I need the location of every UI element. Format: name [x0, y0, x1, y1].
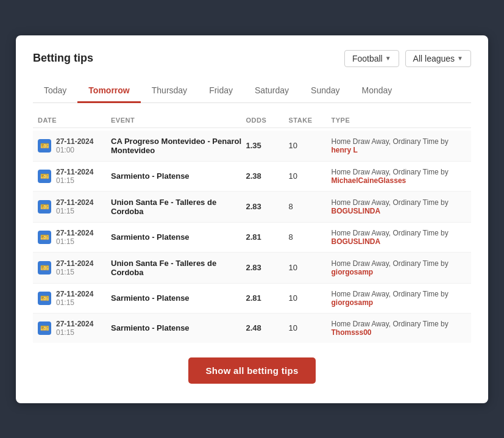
table-body: 🎫 27-11-2024 01:00 CA Progreso Montevide… [33, 131, 471, 343]
type-cell: Home Draw Away, Ordinary Time by giorgos… [332, 290, 467, 307]
time-value: 01:15 [56, 207, 93, 215]
table-row: 🎫 27-11-2024 01:15 Sarmiento - Platense2… [33, 162, 471, 192]
filters: Football ▼ All leagues ▼ [344, 50, 471, 67]
ticket-icon: 🎫 [38, 200, 51, 214]
date-cell: 🎫 27-11-2024 01:15 [38, 259, 111, 276]
date-cell: 🎫 27-11-2024 01:15 [38, 198, 111, 215]
type-cell: Home Draw Away, Ordinary Time by BOGUSLI… [332, 198, 467, 215]
football-filter-arrow-icon: ▼ [385, 55, 391, 62]
page-title: Betting tips [33, 52, 93, 65]
date-time: 27-11-2024 01:00 [56, 137, 93, 154]
football-filter-label: Football [352, 54, 383, 63]
time-value: 01:00 [56, 146, 93, 154]
date-cell: 🎫 27-11-2024 01:15 [38, 290, 111, 307]
ticket-icon: 🎫 [38, 170, 51, 183]
date-time: 27-11-2024 01:15 [56, 320, 93, 337]
date-cell: 🎫 27-11-2024 01:15 [38, 320, 111, 337]
stake-cell: 10 [289, 293, 332, 303]
date-time: 27-11-2024 01:15 [56, 229, 93, 246]
tabs: TodayTomorrowThursdayFridaySaturdaySunda… [33, 79, 471, 103]
type-cell: Home Draw Away, Ordinary Time by henry L [332, 137, 467, 154]
tab-friday[interactable]: Friday [198, 79, 244, 103]
odds-cell: 1.35 [246, 141, 289, 150]
ticket-icon: 🎫 [38, 292, 51, 305]
date-cell: 🎫 27-11-2024 01:00 [38, 137, 111, 154]
tab-tomorrow[interactable]: Tomorrow [77, 79, 140, 103]
event-cell: Sarmiento - Platense [111, 232, 246, 242]
column-header-event: EVENT [111, 117, 246, 124]
odds-cell: 2.38 [246, 171, 289, 181]
type-cell: Home Draw Away, Ordinary Time by giorgos… [332, 259, 467, 276]
date-value: 27-11-2024 [56, 229, 93, 237]
stake-cell: 10 [289, 141, 332, 150]
event-cell: Union Santa Fe - Talleres de Cordoba [111, 198, 246, 216]
tab-monday[interactable]: Monday [351, 79, 403, 103]
ticket-icon: 🎫 [38, 139, 51, 153]
time-value: 01:15 [56, 268, 93, 276]
date-time: 27-11-2024 01:15 [56, 198, 93, 215]
odds-cell: 2.81 [246, 232, 289, 242]
column-header-stake: STAKE [289, 117, 332, 124]
ticket-icon: 🎫 [38, 231, 51, 244]
user-link[interactable]: BOGUSLINDA [332, 207, 381, 215]
table-row: 🎫 27-11-2024 01:00 CA Progreso Montevide… [33, 131, 471, 162]
date-time: 27-11-2024 01:15 [56, 290, 93, 307]
date-time: 27-11-2024 01:15 [56, 259, 93, 276]
column-header-date: DATE [38, 117, 111, 124]
ticket-icon: 🎫 [38, 261, 51, 275]
tab-sunday[interactable]: Sunday [300, 79, 350, 103]
column-header-odds: ODDS [246, 117, 289, 124]
time-value: 01:15 [56, 237, 93, 246]
table-row: 🎫 27-11-2024 01:15 Sarmiento - Platense2… [33, 284, 471, 314]
user-link[interactable]: henry L [332, 146, 358, 154]
leagues-filter-arrow-icon: ▼ [457, 55, 463, 62]
stake-cell: 8 [289, 202, 332, 211]
stake-cell: 10 [289, 263, 332, 272]
odds-cell: 2.48 [246, 323, 289, 332]
date-value: 27-11-2024 [56, 320, 93, 328]
odds-cell: 2.83 [246, 202, 289, 211]
table-row: 🎫 27-11-2024 01:15 Union Santa Fe - Tall… [33, 192, 471, 223]
leagues-filter-button[interactable]: All leagues ▼ [405, 50, 471, 67]
user-link[interactable]: Thomsss00 [332, 328, 372, 337]
betting-tips-card: Betting tips Football ▼ All leagues ▼ To… [16, 35, 488, 403]
user-link[interactable]: giorgosamp [332, 298, 374, 307]
table-row: 🎫 27-11-2024 01:15 Union Santa Fe - Tall… [33, 253, 471, 284]
date-cell: 🎫 27-11-2024 01:15 [38, 229, 111, 246]
user-link[interactable]: BOGUSLINDA [332, 237, 381, 246]
tab-saturday[interactable]: Saturday [244, 79, 300, 103]
type-cell: Home Draw Away, Ordinary Time by Michael… [332, 168, 467, 185]
event-cell: Sarmiento - Platense [111, 323, 246, 332]
column-header-type: TYPE [332, 117, 467, 124]
stake-cell: 10 [289, 323, 332, 332]
time-value: 01:15 [56, 176, 93, 185]
card-header: Betting tips Football ▼ All leagues ▼ [33, 50, 471, 67]
user-link[interactable]: giorgosamp [332, 268, 374, 276]
show-all-button[interactable]: Show all betting tips [188, 357, 315, 384]
ticket-icon: 🎫 [38, 321, 51, 335]
event-cell: CA Progreso Montevideo - Penarol Montevi… [111, 137, 246, 155]
type-cell: Home Draw Away, Ordinary Time by BOGUSLI… [332, 229, 467, 246]
date-value: 27-11-2024 [56, 290, 93, 298]
date-value: 27-11-2024 [56, 198, 93, 207]
tab-today[interactable]: Today [33, 79, 77, 103]
table-row: 🎫 27-11-2024 01:15 Sarmiento - Platense2… [33, 223, 471, 253]
leagues-filter-label: All leagues [413, 54, 455, 63]
date-value: 27-11-2024 [56, 168, 93, 176]
date-time: 27-11-2024 01:15 [56, 168, 93, 185]
odds-cell: 2.83 [246, 263, 289, 272]
time-value: 01:15 [56, 298, 93, 307]
user-link[interactable]: MichaelCaineGlasses [332, 176, 406, 185]
table-header: DATEEVENTODDSSTAKETYPE [33, 113, 471, 128]
date-value: 27-11-2024 [56, 259, 93, 268]
event-cell: Sarmiento - Platense [111, 293, 246, 303]
tab-thursday[interactable]: Thursday [141, 79, 198, 103]
type-cell: Home Draw Away, Ordinary Time by Thomsss… [332, 320, 467, 337]
date-cell: 🎫 27-11-2024 01:15 [38, 168, 111, 185]
stake-cell: 10 [289, 171, 332, 181]
date-value: 27-11-2024 [56, 137, 93, 146]
odds-cell: 2.81 [246, 293, 289, 303]
event-cell: Union Santa Fe - Talleres de Cordoba [111, 259, 246, 277]
stake-cell: 8 [289, 232, 332, 242]
football-filter-button[interactable]: Football ▼ [344, 50, 399, 67]
